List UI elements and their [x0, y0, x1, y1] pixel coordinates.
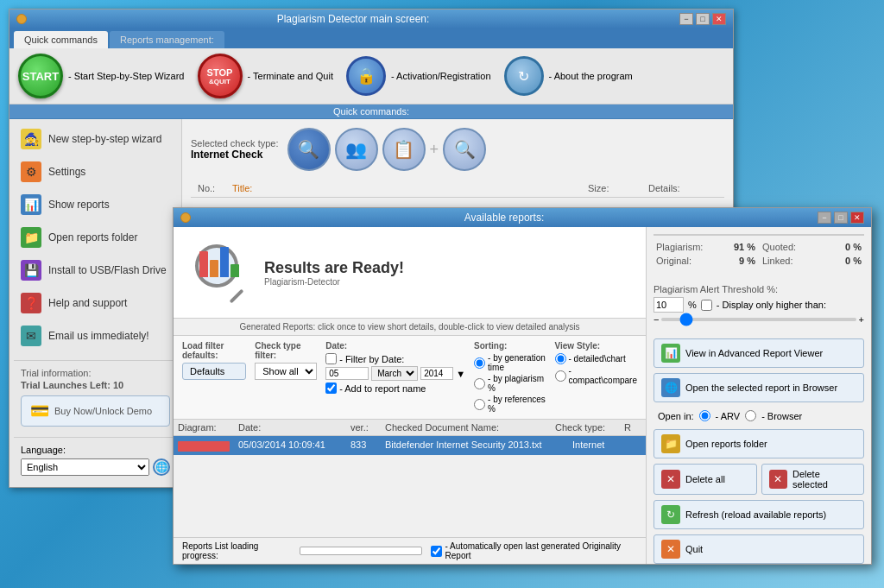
internet-check-icon[interactable]: 🔍: [287, 128, 331, 171]
open-folder-icon: 📁: [661, 434, 680, 453]
start-desc: - Start Step-by-Step Wizard: [68, 71, 185, 81]
lock-button[interactable]: 🔒: [346, 56, 386, 96]
sidebar-item-help-support[interactable]: ❓ Help and support: [14, 288, 177, 319]
check-icon-3[interactable]: 📋: [382, 128, 426, 171]
refresh-button[interactable]: ↻ Refresh (reload available reports): [654, 500, 864, 529]
original-label: Original:: [656, 256, 691, 266]
check-type-select[interactable]: Show all: [255, 363, 317, 380]
modal-title: Available reports:: [464, 212, 545, 224]
open-browser-radio[interactable]: [745, 410, 756, 421]
view-advanced-button[interactable]: 📊 View in Advanced Report Viewer: [654, 338, 864, 368]
col-extra-header: R: [624, 422, 641, 433]
buy-button[interactable]: 💳 Buy Now/Unlock Demo: [21, 395, 170, 427]
minimize-button[interactable]: −: [679, 13, 693, 25]
start-button[interactable]: START: [18, 54, 63, 98]
check-icon-2[interactable]: 👥: [335, 128, 378, 171]
start-button-group[interactable]: START - Start Step-by-Step Wizard: [18, 54, 185, 98]
sort-by-references-row: - by references %: [474, 395, 546, 414]
reports-modal: Available reports: − □ ✕: [173, 207, 872, 565]
quit-icon: ✕: [661, 540, 680, 559]
threshold-slider[interactable]: [661, 318, 856, 321]
defaults-button[interactable]: Defaults: [182, 363, 246, 380]
delete-all-button[interactable]: ✕ Delete all: [654, 464, 757, 495]
sidebar-item-show-reports[interactable]: 📊 Show reports: [14, 189, 177, 220]
open-in-row: Open in: - ARV - Browser: [654, 408, 864, 424]
sidebar-label-settings: Settings: [48, 166, 85, 178]
sidebar-item-install-usb[interactable]: 💾 Install to USB/Flash Drive: [14, 255, 177, 286]
open-arv-radio[interactable]: [699, 410, 710, 421]
sidebar-item-settings[interactable]: ⚙ Settings: [14, 156, 177, 187]
filter-by-date-checkbox[interactable]: [325, 353, 337, 364]
results-title: Results are Ready!: [264, 259, 404, 277]
sidebar-label-open-folder: Open reports folder: [48, 231, 137, 243]
open-arv-label: - ARV: [716, 411, 741, 421]
open-browser-button[interactable]: 🌐 Open the selected report in Browser: [654, 373, 864, 402]
quit-button[interactable]: ✕ Quit: [654, 534, 864, 564]
view-detailed-label: - detailed\chart: [569, 354, 626, 364]
modal-controls: − □ ✕: [818, 212, 864, 224]
quick-bar: Quick commands:: [9, 104, 733, 119]
load-defaults-label: Load filter defaults:: [182, 341, 246, 360]
language-dropdown[interactable]: English: [21, 458, 149, 476]
add-to-report-checkbox[interactable]: [325, 383, 337, 394]
modal-maximize-button[interactable]: □: [834, 212, 848, 224]
stop-button-group[interactable]: STOP &QUIT - Terminate and Quit: [198, 54, 333, 98]
threshold-suffix: %: [688, 300, 697, 310]
threshold-input[interactable]: [654, 297, 684, 313]
results-header: Results are Ready! Plagiarism-Detector: [174, 227, 646, 319]
language-section: Language: English 🌐: [14, 437, 177, 483]
open-folder-button[interactable]: 📁 Open reports folder: [654, 429, 864, 458]
tab-quick-commands[interactable]: Quick commands: [14, 31, 108, 48]
sort-by-plagiarism-radio[interactable]: [474, 378, 485, 389]
settings-icon: ⚙: [21, 161, 41, 182]
threshold-checkbox[interactable]: [701, 300, 712, 311]
lock-button-group[interactable]: 🔒 - Activation/Registration: [346, 56, 491, 96]
usb-icon: 💾: [21, 260, 41, 281]
auto-open-label: - Automatically open last generated Orig…: [445, 541, 637, 560]
sort-by-references-radio[interactable]: [474, 399, 485, 410]
modal-close-button[interactable]: ✕: [850, 212, 864, 224]
delete-all-label: Delete all: [685, 474, 725, 484]
modal-body: Results are Ready! Plagiarism-Detector G…: [174, 227, 871, 564]
modal-minimize-button[interactable]: −: [818, 212, 831, 224]
view-style-group: View Style: - detailed\chart - compact\c…: [555, 341, 637, 385]
quoted-stat: Quoted: 0 %: [760, 241, 864, 253]
col-type-header: Check type:: [555, 422, 624, 433]
auto-open-checkbox[interactable]: [431, 546, 442, 557]
delete-selected-button[interactable]: ✕ Delete selected: [761, 464, 865, 495]
sidebar-item-email[interactable]: ✉ Email us immediately!: [14, 320, 177, 351]
sort-by-generation-radio[interactable]: [474, 357, 485, 369]
about-button[interactable]: ↻: [504, 56, 544, 96]
sidebar-item-open-folder[interactable]: 📁 Open reports folder: [14, 222, 177, 253]
sort-by-generation-label: - by generation time: [488, 353, 546, 372]
view-detailed-radio[interactable]: [555, 353, 566, 364]
date-arrow-icon[interactable]: ▼: [456, 369, 465, 379]
slider-minus-icon: −: [654, 314, 659, 325]
sidebar-item-new-wizard[interactable]: 🧙 New step-by-step wizard: [14, 123, 177, 155]
sorting-group: Sorting: - by generation time - by plagi…: [474, 341, 546, 414]
date-year-input[interactable]: [420, 367, 453, 380]
col-title-header: Title:: [232, 183, 579, 193]
open-browser-icon: 🌐: [661, 378, 680, 397]
refresh-icon: ↻: [661, 505, 680, 524]
date-label: Date:: [325, 341, 465, 351]
check-type-label: Check type filter:: [255, 341, 317, 360]
sort-by-plagiarism-row: - by plagiarism %: [474, 374, 546, 393]
maximize-button[interactable]: □: [696, 13, 710, 25]
tab-reports-management[interactable]: Reports management:: [110, 31, 224, 48]
date-month-select[interactable]: March: [371, 366, 418, 381]
date-day-input[interactable]: [325, 367, 369, 380]
filter-by-date-label: - Filter by Date:: [339, 354, 404, 364]
stop-button[interactable]: STOP &QUIT: [198, 54, 243, 98]
col-name-header: Checked Document Name:: [385, 422, 555, 433]
close-button[interactable]: ✕: [712, 13, 726, 25]
check-icon-4[interactable]: 🔍: [443, 128, 486, 171]
view-compact-radio[interactable]: [555, 370, 566, 382]
about-button-group[interactable]: ↻ - About the program: [504, 56, 633, 96]
threshold-row: % - Display only higher than:: [654, 297, 864, 313]
view-style-label: View Style:: [555, 341, 637, 351]
magnifier-handle: [230, 289, 244, 304]
table-row[interactable]: 05/03/2014 10:09:41 833 Bitdefender Inte…: [174, 436, 646, 456]
refresh-label: Refresh (reload available reports): [685, 509, 826, 520]
view-compact-row: - compact\compare: [555, 366, 637, 385]
